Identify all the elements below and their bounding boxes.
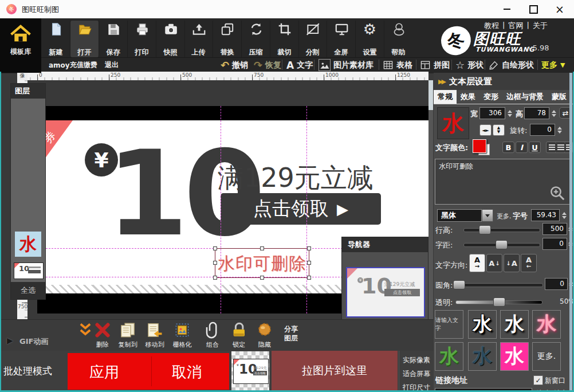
layer-item-text[interactable]: 水 <box>15 232 41 257</box>
selection-handle[interactable] <box>213 261 217 265</box>
tab-general[interactable]: 常规 <box>434 90 457 104</box>
minimize-button[interactable] <box>494 0 520 18</box>
toolbar-button-replace[interactable]: 替换 <box>213 21 242 57</box>
style-glow-cell[interactable]: 水 <box>532 310 561 339</box>
hide-button[interactable]: 隐藏 <box>252 322 277 349</box>
selection-handle[interactable] <box>213 276 217 280</box>
rotate-stepper[interactable] <box>556 124 563 136</box>
view-fit-screen[interactable]: 适合屏幕 <box>399 369 434 379</box>
flip-vertical-button[interactable]: ▲▼ <box>493 124 505 136</box>
tab-mask[interactable]: 蒙版 <box>548 90 571 104</box>
image-thumbnail[interactable]: ¥ 10 满129元立减 点击领取 <box>231 351 269 391</box>
width-stepper[interactable] <box>506 107 513 119</box>
style-more-cell[interactable]: 更多. <box>532 342 561 371</box>
letter-spacing-handle[interactable] <box>496 240 508 249</box>
toolbar-button-settings[interactable]: ⚙ 设置 <box>356 21 384 57</box>
style-placeholder-cell[interactable]: 请输入文字 <box>435 310 463 339</box>
tab-transform[interactable]: 变形 <box>479 90 502 104</box>
flip-horizontal-button[interactable]: ◄► <box>479 124 492 136</box>
font-size-stepper[interactable] <box>560 209 568 221</box>
link-about[interactable]: 关于 <box>533 21 548 31</box>
selection-handle[interactable] <box>260 276 264 280</box>
tab-border-background[interactable]: 边框与背景 <box>502 90 548 104</box>
logout-link[interactable]: 退出 <box>105 58 119 72</box>
opacity-slider[interactable] <box>455 300 542 304</box>
selection-handle[interactable] <box>307 261 311 265</box>
toolbar-button-crop[interactable]: 裁切 <box>270 21 299 57</box>
tool-image-library[interactable]: 图片素材库 <box>319 58 374 72</box>
selection-box[interactable] <box>215 248 309 278</box>
toolbar-button-print[interactable]: 打印 <box>128 21 156 57</box>
share-layer-button[interactable]: 分享 图层 <box>284 324 298 343</box>
toolbar-button-new[interactable]: 新建 <box>42 21 70 57</box>
rotate-input[interactable]: 0 <box>530 124 555 136</box>
font-size-input[interactable]: 59.43 <box>531 209 560 221</box>
toolbar-button-help[interactable]: 帮助 <box>384 21 412 57</box>
toolbar-button-save[interactable]: 保存 <box>99 21 128 57</box>
lock-button[interactable]: 锁定 <box>226 322 251 349</box>
width-input[interactable]: 306 <box>479 107 505 119</box>
magnifier-zoom-icon[interactable] <box>549 185 566 202</box>
undo-button[interactable]: ↶ 撤销 <box>221 58 248 72</box>
toolbar-button-snapshot[interactable]: 快照 <box>156 21 185 57</box>
apply-button[interactable]: 应用 <box>89 362 119 382</box>
panel-scrollbar[interactable] <box>569 73 572 392</box>
color-picker[interactable] <box>473 139 491 155</box>
toolbar-button-fullscreen[interactable]: 全屏 <box>327 21 356 57</box>
selection-handle[interactable] <box>307 276 311 280</box>
opacity-handle[interactable] <box>493 297 505 307</box>
tool-text[interactable]: A 文字 <box>286 58 313 72</box>
drop-image-zone[interactable]: 拉图片到这里 <box>272 351 398 391</box>
style-shadow-cell[interactable]: 水 <box>500 310 529 339</box>
template-library-button[interactable]: 模板库 <box>0 18 41 73</box>
more-tools-button[interactable]: 更多 ▼ <box>541 58 565 72</box>
redo-button[interactable]: ↷ 恢复 <box>254 58 281 72</box>
toolbar-button-split[interactable]: 分割 <box>298 21 327 57</box>
gif-animation-label[interactable]: GIF动画 <box>19 336 48 347</box>
maximize-button[interactable] <box>520 0 547 18</box>
height-input[interactable]: 78 <box>524 107 549 119</box>
direction-reverse-button[interactable]: A← <box>521 254 537 272</box>
italic-button[interactable]: I <box>516 142 528 153</box>
delete-layer-button[interactable]: 删除 <box>90 322 115 349</box>
direction-horizontal-button[interactable]: A→ <box>469 254 485 272</box>
line-height-slider[interactable] <box>463 228 540 232</box>
cancel-button[interactable]: 取消 <box>172 362 202 382</box>
more-fonts-link[interactable]: 更多. <box>497 212 512 221</box>
corner-radius-handle[interactable] <box>453 280 465 289</box>
select-all-layers-button[interactable]: 全选 <box>11 282 45 299</box>
group-button[interactable]: 组合 <box>200 322 225 349</box>
tab-effects[interactable]: 效果 <box>457 90 479 104</box>
style-outline-cell[interactable]: 水 <box>468 310 497 339</box>
close-button[interactable]: × <box>547 0 573 18</box>
new-window-checkbox[interactable]: ✓ <box>533 375 543 385</box>
style-green-cell[interactable]: 水 <box>435 342 463 371</box>
recharge-link[interactable]: 充值缴费 <box>70 58 97 72</box>
toolbar-button-compress[interactable]: 压缩 <box>242 21 270 57</box>
text-content-area[interactable]: 水印可删除 <box>435 159 571 205</box>
canvas-scrollbar-thumb[interactable] <box>428 80 433 110</box>
copy-to-button[interactable]: 复制到 <box>115 322 140 349</box>
move-to-button[interactable]: 移动到 <box>142 322 167 349</box>
gif-play-icon[interactable]: ▶ <box>7 336 13 345</box>
direction-vertical-down-button[interactable]: A↓ <box>486 254 502 272</box>
corner-radius-slider[interactable] <box>453 283 543 287</box>
style-magenta-cell[interactable]: 水 <box>500 342 529 371</box>
canvas-scrollbar[interactable] <box>428 80 433 348</box>
foreground-color-swatch[interactable] <box>473 139 486 153</box>
toolbar-button-upload[interactable]: 上传 <box>184 21 213 57</box>
account-name[interactable]: amoy <box>49 58 70 72</box>
rasterize-button[interactable]: 栅格化 <box>170 322 195 349</box>
tool-shape[interactable]: ☆ 形状 <box>455 58 483 72</box>
font-family-select[interactable]: 黑体 <box>437 209 482 222</box>
view-actual-pixels[interactable]: 实际像素 <box>399 355 434 365</box>
selection-handle[interactable] <box>213 246 217 250</box>
letter-spacing-input[interactable]: 0 <box>542 238 567 250</box>
bold-button[interactable]: B <box>502 142 514 153</box>
toolbar-button-open[interactable]: 打开 <box>70 21 99 57</box>
line-height-handle[interactable] <box>479 225 491 234</box>
tool-table[interactable]: 表格 <box>383 58 412 72</box>
tool-collage[interactable]: 拼图 <box>420 58 450 72</box>
collapse-panel-icon[interactable]: ▶▶ <box>438 78 445 85</box>
line-height-input[interactable]: 500 <box>542 223 567 235</box>
